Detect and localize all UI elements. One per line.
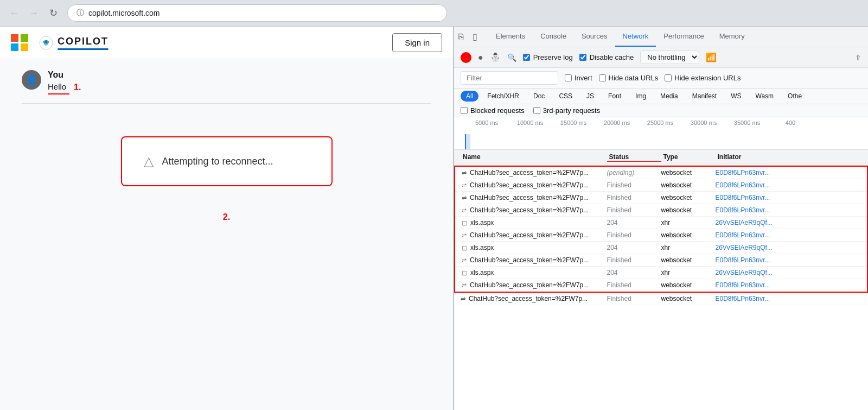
hide-data-urls-checkbox[interactable] <box>599 74 606 81</box>
row-status: Finished <box>607 295 661 302</box>
preserve-log-checkbox[interactable] <box>523 54 530 61</box>
devtools-toolbar: ● ⛄ 🔍 Preserve log Disable cache No thro… <box>454 47 868 68</box>
table-row[interactable]: ⇌ ChatHub?sec_access_token=%2FW7p... (pe… <box>455 167 867 179</box>
forward-button[interactable]: → <box>26 5 41 21</box>
ms-logo <box>11 34 28 52</box>
address-bar[interactable]: ⓘ copilot.microsoft.com <box>67 4 447 22</box>
site-title: COPILOT <box>58 36 108 47</box>
type-btn-manifest[interactable]: Manifest <box>687 91 722 102</box>
record-button[interactable] <box>461 52 471 63</box>
row-name: ChatHub?sec_access_token=%2FW7p... <box>470 281 589 289</box>
devtools-top-row: ⎘ ▯ Elements Console Sources Network Per… <box>454 27 868 47</box>
row-type: websocket <box>661 181 716 189</box>
reconnect-box: △ Attempting to reconnect... <box>121 136 333 186</box>
site-info-icon: ⓘ <box>76 8 84 18</box>
copilot-icon <box>39 36 53 50</box>
hide-data-urls-label[interactable]: Hide data URLs <box>599 74 659 82</box>
header-type: Type <box>661 153 716 162</box>
row-status: 204 <box>607 269 661 276</box>
blocked-requests-checkbox[interactable] <box>461 107 468 114</box>
row-status: Finished <box>607 206 661 214</box>
timeline-label-10000: 10000 ms <box>508 119 552 126</box>
disable-cache-text: Disable cache <box>590 53 634 61</box>
type-btn-css[interactable]: CSS <box>553 91 578 102</box>
table-row[interactable]: ⇌ ChatHub?sec_access_token=%2FW7p... Fin… <box>455 279 867 292</box>
upload-icon: ⇧ <box>855 53 861 62</box>
row-name: ChatHub?sec_access_token=%2FW7p... <box>470 181 589 189</box>
invert-label[interactable]: Invert <box>565 74 592 82</box>
table-row[interactable]: ⇌ ChatHub?sec_access_token=%2FW7p... Fin… <box>455 254 867 267</box>
timeline-label-35000: 35000 ms <box>725 119 769 126</box>
tab-elements[interactable]: Elements <box>488 27 533 47</box>
inspect-button[interactable]: ⎘ <box>454 28 468 46</box>
timeline-label-25000: 25000 ms <box>639 119 682 126</box>
website-panel: COPILOT Sign in 👤 You Hello <box>0 27 453 410</box>
tab-performance[interactable]: Performance <box>656 27 711 47</box>
back-button[interactable]: ← <box>7 5 22 21</box>
tab-sources[interactable]: Sources <box>574 27 615 47</box>
row-initiator: E0D8f6LPn63nvr... <box>716 256 861 264</box>
devtools-tabs: Elements Console Sources Network Perform… <box>482 27 868 47</box>
ws-icon: ⇌ <box>462 194 467 201</box>
extra-filters: Blocked requests 3rd-party requests <box>454 104 868 117</box>
type-btn-js[interactable]: JS <box>581 91 599 102</box>
table-row[interactable]: ⇌ ChatHub?sec_access_token=%2FW7p... Fin… <box>454 293 868 305</box>
type-btn-ws[interactable]: WS <box>725 91 746 102</box>
row-status: 204 <box>607 219 661 226</box>
site-logo: COPILOT <box>39 36 108 50</box>
timeline-labels: 5000 ms 10000 ms 15000 ms 20000 ms 25000… <box>465 119 868 126</box>
timeline-label-30000: 30000 ms <box>682 119 725 126</box>
table-row[interactable]: ▢ xls.aspx 204 xhr 26VvSElAeR9qQf... <box>455 267 867 279</box>
invert-checkbox[interactable] <box>565 74 572 81</box>
disable-cache-checkbox[interactable] <box>579 54 586 61</box>
hide-ext-urls-checkbox[interactable] <box>665 74 672 81</box>
type-btn-wasm[interactable]: Wasm <box>750 91 780 102</box>
ws-icon: ⇌ <box>462 282 467 289</box>
table-row[interactable]: ▢ xls.aspx 204 xhr 26VvSElAeR9qQf... <box>455 217 867 229</box>
row-type: websocket <box>661 256 716 264</box>
type-btn-all[interactable]: All <box>461 91 478 102</box>
third-party-label[interactable]: 3rd-party requests <box>533 106 601 115</box>
row-name: ChatHub?sec_access_token=%2FW7p... <box>470 169 589 176</box>
hide-ext-urls-label[interactable]: Hide extension URLs <box>665 74 741 82</box>
warning-icon: △ <box>144 154 154 169</box>
clear-button[interactable]: ● <box>478 53 483 62</box>
table-row[interactable]: ▢ xls.aspx 204 xhr 26VvSElAeR9qQf... <box>455 242 867 254</box>
ws-icon: ⇌ <box>462 182 467 189</box>
reload-button[interactable]: ↻ <box>46 5 61 21</box>
row-name: ChatHub?sec_access_token=%2FW7p... <box>470 256 589 264</box>
device-button[interactable]: ▯ <box>468 27 482 46</box>
tab-console[interactable]: Console <box>533 27 574 47</box>
row-type: websocket <box>661 281 716 289</box>
header-name: Name <box>461 153 607 162</box>
filter-button[interactable]: ⛄ <box>490 52 501 62</box>
table-row[interactable]: ⇌ ChatHub?sec_access_token=%2FW7p... Fin… <box>455 229 867 242</box>
search-button[interactable]: 🔍 <box>507 53 516 62</box>
tab-memory[interactable]: Memory <box>712 27 752 47</box>
sign-in-button[interactable]: Sign in <box>392 33 442 52</box>
doc-icon: ▢ <box>462 244 467 251</box>
preserve-log-label[interactable]: Preserve log <box>523 53 573 61</box>
annotation-1: 1. <box>74 83 81 92</box>
type-btn-doc[interactable]: Doc <box>528 91 550 102</box>
row-initiator: E0D8f6LPn63nvr... <box>716 194 861 201</box>
ws-icon: ⇌ <box>462 232 467 239</box>
type-btn-media[interactable]: Media <box>655 91 684 102</box>
row-initiator: E0D8f6LPn63nvr... <box>716 281 861 289</box>
table-row[interactable]: ⇌ ChatHub?sec_access_token=%2FW7p... Fin… <box>455 192 867 204</box>
disable-cache-label[interactable]: Disable cache <box>579 53 634 61</box>
row-name: ChatHub?sec_access_token=%2FW7p... <box>470 194 589 201</box>
type-btn-fetch[interactable]: Fetch/XHR <box>482 91 525 102</box>
type-btn-img[interactable]: Img <box>630 91 652 102</box>
reconnect-text: Attempting to reconnect... <box>162 156 273 167</box>
table-row[interactable]: ⇌ ChatHub?sec_access_token=%2FW7p... Fin… <box>455 204 867 217</box>
filter-input[interactable] <box>461 71 558 85</box>
tab-network[interactable]: Network <box>615 27 656 47</box>
row-type: xhr <box>661 269 716 276</box>
blocked-requests-label[interactable]: Blocked requests <box>461 106 525 115</box>
throttle-select[interactable]: No throttling <box>640 51 699 64</box>
table-row[interactable]: ⇌ ChatHub?sec_access_token=%2FW7p... Fin… <box>455 179 867 192</box>
third-party-checkbox[interactable] <box>533 107 540 114</box>
type-btn-other[interactable]: Othe <box>782 91 807 102</box>
type-btn-font[interactable]: Font <box>603 91 627 102</box>
